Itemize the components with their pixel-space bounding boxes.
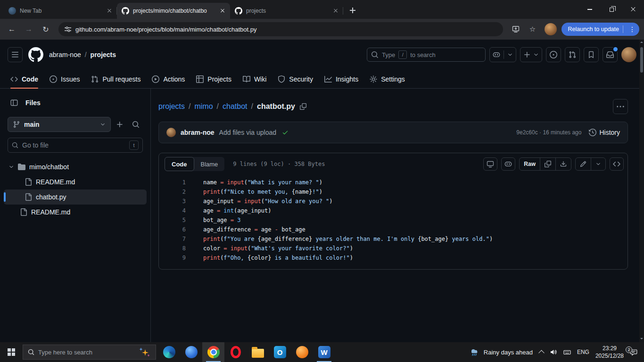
breadcrumb-link[interactable]: projects [158,102,185,111]
open-in-workspace-button[interactable] [483,157,497,171]
install-app-button[interactable] [509,22,523,36]
tab-close-icon[interactable] [106,7,113,15]
line-number[interactable]: 4 [159,207,186,214]
line-number[interactable]: 1 [159,179,186,186]
tab-code[interactable]: Code [165,157,194,171]
line-number[interactable]: 3 [159,198,186,205]
repo-nav-insights[interactable]: Insights [320,70,363,88]
tree-file-chatbot.py[interactable]: chatbot.py [4,189,147,205]
scrollbar-thumb[interactable] [640,47,643,73]
browser-profile-avatar[interactable] [545,23,557,35]
bing-sparkle-icon[interactable] [139,346,151,358]
weather-widget[interactable]: Rainy days ahead [465,342,537,362]
close-button[interactable] [622,0,644,19]
line-number[interactable]: 2 [159,189,186,195]
tree-folder-mimo/chatbot[interactable]: mimo/chatbot [4,159,147,174]
owner-link[interactable]: abram-noe [49,51,81,58]
copy-raw-button[interactable] [540,158,555,170]
site-info-icon[interactable] [64,25,72,33]
checks-status-icon[interactable] [282,129,289,136]
line-number[interactable]: 5 [159,217,186,223]
action-center-button[interactable]: 2 [630,348,637,356]
line-number[interactable]: 8 [159,245,186,252]
hidden-icons-chevron[interactable] [538,350,545,356]
browser-menu-icon[interactable] [627,25,637,33]
symbols-panel-button[interactable] [610,157,624,171]
back-button[interactable]: ← [5,22,19,36]
download-button[interactable] [555,158,571,170]
bookmark-star-button[interactable]: ☆ [526,22,540,36]
taskbar-search-input[interactable] [38,349,135,356]
pull-requests-button[interactable] [565,47,580,62]
breadcrumb-link[interactable]: chatbot [223,102,247,111]
tree-file-README.md[interactable]: README.md [4,205,147,220]
url-input[interactable] [75,26,497,33]
issues-button[interactable] [546,47,561,62]
repo-nav-code[interactable]: Code [6,70,43,88]
repo-nav-actions[interactable]: Actions [147,70,190,88]
repo-nav-settings[interactable]: Settings [365,70,410,88]
taskbar-app-outlook[interactable]: O [269,342,291,362]
github-search-button[interactable]: Type / to search [367,48,486,62]
tab-close-icon[interactable] [332,7,339,15]
taskbar-app-blue-app[interactable] [180,342,202,362]
inbox-button[interactable] [603,47,618,62]
tab-blame[interactable]: Blame [194,157,225,171]
taskbar-app-file-explorer[interactable] [247,342,269,362]
edit-file-button[interactable] [576,158,591,170]
global-nav-menu-button[interactable] [8,47,23,62]
browser-tab[interactable]: projects/mimo/chatbot/chatbo [117,3,230,19]
repo-nav-projects[interactable]: Projects [191,70,236,88]
browser-tab[interactable]: New Tab [4,3,117,19]
copilot-button[interactable] [501,157,515,171]
repo-nav-wiki[interactable]: Wiki [238,70,271,88]
browser-tab[interactable]: projects [230,3,343,19]
repo-link[interactable]: projects [91,51,116,58]
relaunch-to-update-button[interactable]: Relaunch to update [561,23,639,36]
github-profile-avatar[interactable] [621,47,636,62]
repo-nav-issues[interactable]: Issues [45,70,84,88]
volume-icon[interactable] [550,348,557,356]
branch-selector[interactable]: main [8,117,111,132]
more-options-button[interactable] [613,99,628,114]
scroll-up-arrow[interactable] [640,41,643,43]
commit-author[interactable]: abram-noe [181,129,215,136]
chevron-down-icon[interactable] [507,52,513,58]
line-number[interactable]: 7 [159,236,186,242]
repo-nav-pull-requests[interactable]: Pull requests [86,70,145,88]
taskbar-clock[interactable]: 23:29 2025/12/28 [595,345,624,360]
raw-button[interactable]: Raw [520,158,540,170]
copy-path-icon[interactable] [300,103,306,110]
scroll-down-arrow[interactable] [640,338,643,339]
history-button[interactable]: History [589,129,620,136]
taskbar-app-opera[interactable] [224,342,247,362]
taskbar-app-chrome[interactable] [202,342,224,362]
start-button[interactable] [0,342,23,362]
bookmarks-button[interactable] [584,47,599,62]
edit-dropdown-button[interactable] [591,158,605,170]
taskbar-app-orange-app[interactable] [291,342,313,362]
copilot-button[interactable] [489,47,516,62]
language-indicator[interactable]: ENG [577,349,589,355]
search-this-repo-button[interactable] [129,117,143,132]
reload-button[interactable]: ↻ [39,22,53,36]
github-logo[interactable] [28,47,43,62]
new-tab-button[interactable] [346,4,359,17]
line-number[interactable]: 6 [159,226,186,233]
tab-close-icon[interactable] [219,7,226,15]
forward-button[interactable]: → [22,22,36,36]
touch-keyboard-icon[interactable] [563,348,571,356]
tree-file-README.md[interactable]: README.md [4,174,147,189]
maximize-button[interactable] [601,0,622,19]
go-to-file-input[interactable] [22,141,125,149]
minimize-button[interactable] [579,0,601,19]
commit-message[interactable]: Add files via upload [219,129,276,136]
commit-author-avatar[interactable] [166,128,176,137]
taskbar-app-word[interactable]: W [313,342,335,362]
breadcrumb-link[interactable]: mimo [194,102,213,111]
line-number[interactable]: 9 [159,255,186,261]
add-file-button[interactable] [113,117,127,132]
page-scrollbar[interactable] [639,40,644,342]
repo-nav-security[interactable]: Security [273,70,318,88]
omnibox[interactable] [58,22,503,36]
